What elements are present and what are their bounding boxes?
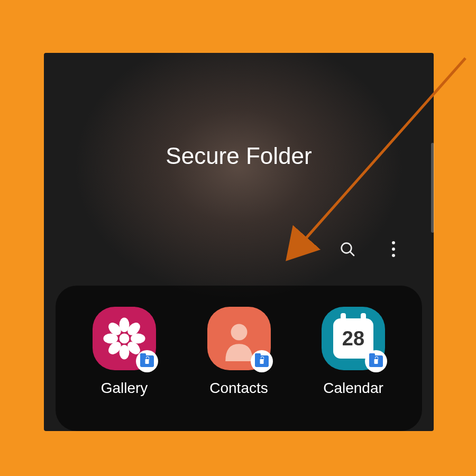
calendar-day: 28 bbox=[333, 318, 373, 359]
gallery-icon bbox=[93, 307, 156, 370]
app-contacts[interactable]: Contacts bbox=[202, 307, 276, 431]
search-button[interactable] bbox=[339, 241, 356, 258]
secure-badge-icon bbox=[136, 350, 158, 372]
secure-badge-icon bbox=[251, 350, 273, 372]
page-title: Secure Folder bbox=[44, 143, 434, 169]
app-gallery[interactable]: Gallery bbox=[87, 307, 161, 431]
add-button[interactable] bbox=[293, 241, 310, 258]
search-icon bbox=[339, 240, 356, 258]
app-calendar[interactable]: 28 Calendar bbox=[316, 307, 390, 431]
contacts-icon bbox=[207, 307, 271, 370]
svg-point-13 bbox=[231, 324, 247, 340]
app-label: Calendar bbox=[323, 380, 383, 397]
app-tray: Gallery Contacts 28 Calendar bbox=[56, 286, 422, 431]
calendar-icon: 28 bbox=[322, 307, 385, 370]
plus-icon bbox=[293, 240, 310, 258]
scrollbar[interactable] bbox=[431, 143, 434, 233]
action-row bbox=[293, 241, 402, 258]
more-options-icon bbox=[392, 241, 395, 244]
svg-point-4 bbox=[120, 334, 130, 344]
more-options-button[interactable] bbox=[385, 241, 402, 258]
secure-folder-screen: Secure Folder bbox=[44, 53, 434, 431]
app-label: Contacts bbox=[209, 380, 268, 397]
app-label: Gallery bbox=[101, 380, 148, 397]
secure-badge-icon bbox=[365, 350, 387, 372]
svg-line-3 bbox=[350, 252, 354, 255]
